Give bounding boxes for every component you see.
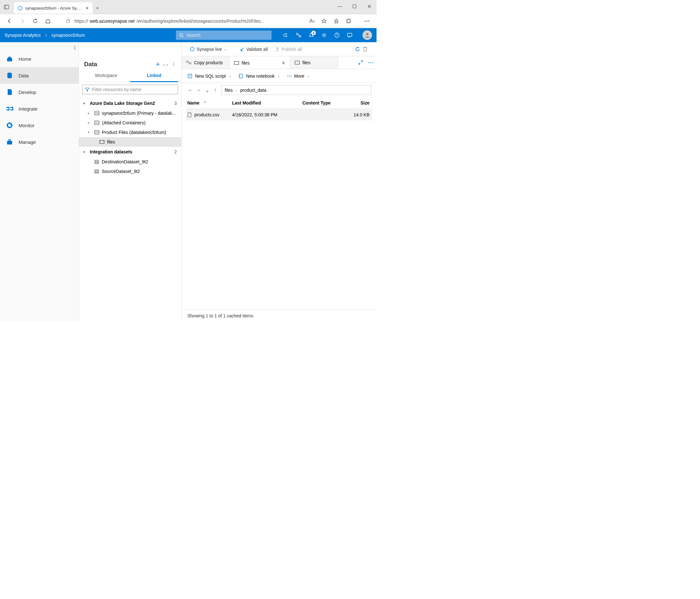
doc-tab-files-active[interactable]: files ✕ xyxy=(229,56,290,69)
svg-rect-40 xyxy=(95,160,99,164)
path-box[interactable]: files › product_data xyxy=(221,85,371,95)
notification-bell-icon[interactable]: 4 xyxy=(305,29,317,41)
col-header-name[interactable]: Name⌃ xyxy=(187,100,232,105)
close-tab-icon[interactable]: ✕ xyxy=(85,6,89,10)
user-avatar[interactable] xyxy=(362,30,372,40)
nav-item-manage[interactable]: Manage xyxy=(0,133,79,150)
crumb-back-icon[interactable]: ← xyxy=(187,87,194,93)
tree-section-datasets[interactable]: ▾ Integration datasets 2 xyxy=(79,147,181,157)
window-close-icon[interactable]: ✕ xyxy=(362,0,377,13)
add-resource-icon[interactable] xyxy=(154,62,162,67)
help-icon[interactable]: ? xyxy=(331,29,343,41)
tree-node-label: (Attached Containers) xyxy=(102,120,145,125)
new-tab-button[interactable]: ＋ xyxy=(93,2,102,14)
read-aloud-icon[interactable]: A)) xyxy=(306,15,318,27)
table-row[interactable]: products.csv 4/18/2022, 5:00:38 PM 14.0 … xyxy=(186,109,372,121)
close-tab-icon[interactable]: ✕ xyxy=(282,60,285,66)
expand-all-icon[interactable]: ⌄⌄ xyxy=(162,62,169,67)
app-header: Synapse Analytics › synapseocfz6um 4 ? xyxy=(0,28,377,42)
search-field[interactable] xyxy=(186,33,268,38)
filter-field[interactable] xyxy=(92,87,175,92)
favorite-star-icon[interactable] xyxy=(318,15,330,27)
crumb-forward-icon[interactable]: → xyxy=(195,87,203,93)
favorites-bar-icon[interactable] xyxy=(330,15,342,27)
collections-icon[interactable] xyxy=(343,15,354,27)
table-footer: Showing 1 to 1 of 1 cached items xyxy=(181,309,377,322)
nav-item-data[interactable]: Data xyxy=(0,67,79,84)
col-header-size[interactable]: Size xyxy=(350,100,371,105)
crumb-dropdown-icon[interactable]: ⌄ xyxy=(203,87,211,93)
svg-point-11 xyxy=(180,33,183,36)
nav-label: Develop xyxy=(19,90,36,95)
tree-node-label: files xyxy=(107,140,115,145)
tree-node-label: Product Files (datalakeocfz6um) xyxy=(102,130,166,135)
gauge-icon xyxy=(6,122,14,129)
pipeline-icon[interactable] xyxy=(293,29,304,41)
chevron-down-icon: ▾ xyxy=(83,150,88,154)
more-icon[interactable] xyxy=(368,62,373,63)
path-segment[interactable]: product_data xyxy=(240,88,267,93)
nav-item-home[interactable]: Home xyxy=(0,50,79,67)
expand-icon[interactable] xyxy=(358,60,363,65)
tree-node-files[interactable]: files xyxy=(79,137,181,147)
svg-rect-0 xyxy=(4,5,9,9)
filter-resources-input[interactable] xyxy=(82,85,178,94)
tab-workspace[interactable]: Workspace xyxy=(82,70,130,82)
file-icon xyxy=(187,112,192,117)
window-maximize-icon[interactable] xyxy=(347,0,362,13)
tree-node-primary[interactable]: ▸ synapseocfz6um (Primary - datalak... xyxy=(79,108,181,118)
nav-item-integrate[interactable]: Integrate xyxy=(0,100,79,117)
tree-node-product-files[interactable]: ▾ Product Files (datalakeocfz6um) xyxy=(79,127,181,137)
nav-back-icon[interactable] xyxy=(4,15,15,27)
svg-marker-50 xyxy=(191,47,194,51)
nav-item-monitor[interactable]: Monitor xyxy=(0,117,79,133)
nav-home-icon[interactable] xyxy=(42,15,54,27)
col-header-type[interactable]: Content Type xyxy=(302,100,350,105)
doc-tab-copy-products[interactable]: Copy products xyxy=(181,56,229,69)
collapse-left-nav-icon[interactable]: 《 xyxy=(71,45,76,51)
table-icon xyxy=(94,169,99,174)
notification-badge: 4 xyxy=(311,31,316,35)
breadcrumb-workspace[interactable]: synapseocfz6um xyxy=(51,33,85,38)
search-input[interactable] xyxy=(176,30,272,40)
path-segment[interactable]: files xyxy=(225,88,233,93)
url-host: web.azuresynapse.net xyxy=(90,19,134,24)
nav-label: Manage xyxy=(19,140,36,145)
breadcrumb-root[interactable]: Synapse Analytics xyxy=(4,33,41,38)
document-icon xyxy=(6,88,14,96)
browser-tab-title: synapseocfz6um - Azure Synapse xyxy=(25,6,83,10)
address-url[interactable]: https://web.azuresynapse.net/en/authorin… xyxy=(72,19,305,24)
validate-all-button[interactable]: Validate all xyxy=(237,45,270,53)
synapse-live-button[interactable]: Synapse live ⌄ xyxy=(187,45,229,53)
tree-section-adls[interactable]: ▾ Azure Data Lake Storage Gen2 3 xyxy=(79,98,181,108)
more-actions-button[interactable]: More ⌄ xyxy=(287,74,310,79)
address-bar: https://web.azuresynapse.net/en/authorin… xyxy=(0,14,377,28)
new-sql-script-button[interactable]: New SQL script ⌄ xyxy=(187,74,231,79)
col-header-modified[interactable]: Last Modified xyxy=(232,100,302,105)
tree-node-dataset-dest[interactable]: DestinationDataset_9t2 xyxy=(79,157,181,167)
nav-refresh-icon[interactable] xyxy=(29,15,41,27)
tree-node-attached[interactable]: ▸ (Attached Containers) xyxy=(79,118,181,127)
new-notebook-button[interactable]: New notebook ⌄ xyxy=(239,74,280,79)
collapse-panel-icon[interactable]: 《 xyxy=(169,62,176,67)
tab-actions-icon[interactable] xyxy=(0,0,13,14)
pipeline-icon xyxy=(186,60,192,65)
window-minimize-icon[interactable]: — xyxy=(332,0,347,13)
tree-node-label: SourceDataset_9t2 xyxy=(102,169,140,174)
megaphone-icon[interactable] xyxy=(280,29,292,41)
settings-gear-icon[interactable] xyxy=(318,29,330,41)
delete-icon[interactable] xyxy=(363,46,368,52)
file-name: products.csv xyxy=(194,112,220,117)
svg-point-10 xyxy=(369,21,370,21)
tree-node-dataset-source[interactable]: SourceDataset_9t2 xyxy=(79,167,181,176)
refresh-icon[interactable] xyxy=(355,46,360,52)
nav-item-develop[interactable]: Develop xyxy=(0,84,79,100)
crumb-up-icon[interactable]: ↑ xyxy=(211,87,219,93)
more-menu-icon[interactable] xyxy=(361,15,373,27)
storage-icon xyxy=(94,121,99,125)
browser-tab[interactable]: synapseocfz6um - Azure Synapse ✕ xyxy=(14,2,93,14)
doc-tab-files[interactable]: files xyxy=(290,56,338,69)
site-info-icon[interactable] xyxy=(66,19,71,23)
tab-linked[interactable]: Linked xyxy=(130,70,178,82)
feedback-icon[interactable] xyxy=(344,29,355,41)
